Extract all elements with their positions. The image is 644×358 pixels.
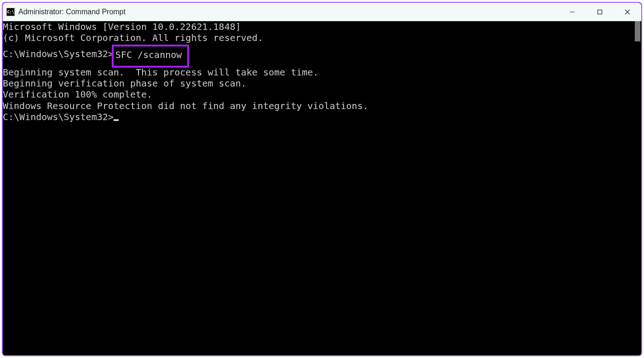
content-wrap: Microsoft Windows [Version 10.0.22621.18… <box>3 21 641 355</box>
output-line: Beginning system scan. This process will… <box>3 67 634 78</box>
highlighted-command: SFC /scannow <box>112 45 190 68</box>
output-line: Windows Resource Protection did not find… <box>3 100 634 111</box>
prompt-path: C:\Windows\System32> <box>3 48 114 59</box>
minimize-button[interactable] <box>558 3 586 21</box>
command-prompt-window: C:\ Administrator: Command Prompt Micros… <box>2 2 642 356</box>
close-icon <box>624 9 631 15</box>
prompt-path: C:\Windows\System32> <box>3 111 114 122</box>
cmd-icon: C:\ <box>6 8 15 16</box>
maximize-icon <box>597 9 603 15</box>
window-title: Administrator: Command Prompt <box>18 8 126 16</box>
titlebar[interactable]: C:\ Administrator: Command Prompt <box>3 3 641 21</box>
output-line: Verification 100% complete. <box>3 89 634 100</box>
scroll-thumb[interactable] <box>635 21 640 41</box>
command-text: SFC /scannow <box>115 49 182 60</box>
maximize-button[interactable] <box>586 3 614 21</box>
prompt-line: C:\Windows\System32> <box>3 111 634 122</box>
svg-rect-1 <box>598 10 602 14</box>
output-line: Microsoft Windows [Version 10.0.22621.18… <box>3 21 634 32</box>
prompt-line: C:\Windows\System32>SFC /scannow <box>3 44 634 67</box>
close-button[interactable] <box>614 3 641 21</box>
window-controls <box>558 3 641 21</box>
output-line: (c) Microsoft Corporation. All rights re… <box>3 32 634 43</box>
titlebar-left: C:\ Administrator: Command Prompt <box>6 8 126 16</box>
output-line: Beginning verification phase of system s… <box>3 78 634 89</box>
terminal-output[interactable]: Microsoft Windows [Version 10.0.22621.18… <box>3 21 634 355</box>
scrollbar[interactable] <box>634 21 641 355</box>
minimize-icon <box>569 9 575 15</box>
cursor <box>114 119 119 121</box>
